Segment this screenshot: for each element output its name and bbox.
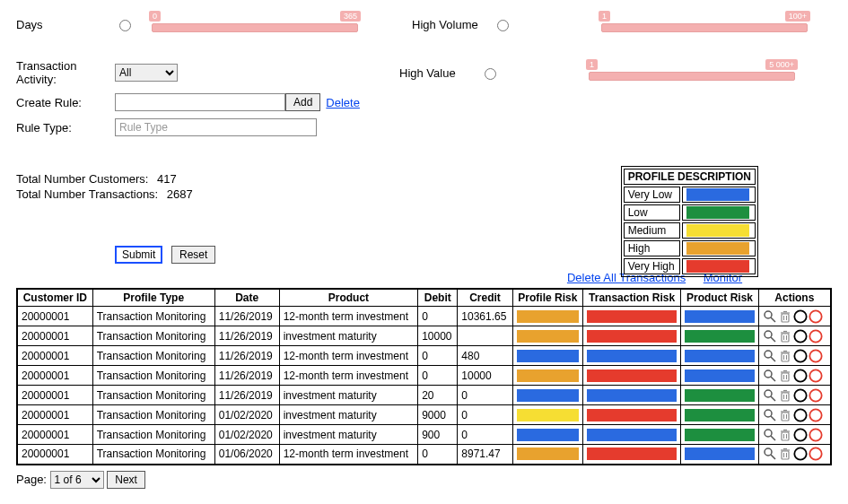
cell-credit: 8971.47	[458, 445, 513, 465]
legend-title: PROFILE DESCRIPTION	[624, 169, 756, 185]
view-icon[interactable]	[763, 369, 777, 383]
circle-black-icon[interactable]	[793, 428, 808, 442]
risk-bar	[685, 409, 754, 421]
risk-bar	[587, 310, 677, 323]
risk-bar	[587, 389, 677, 402]
circle-red-icon[interactable]	[809, 329, 823, 343]
cell-credit: 480	[458, 346, 513, 366]
view-icon[interactable]	[763, 428, 777, 442]
svg-point-34	[794, 369, 806, 381]
trash-icon[interactable]	[778, 447, 792, 461]
cell-actions	[758, 326, 831, 346]
svg-point-45	[765, 410, 772, 417]
circle-black-icon[interactable]	[793, 349, 808, 363]
cell-date: 11/26/2019	[214, 366, 279, 386]
cell-transaction-risk	[582, 366, 680, 386]
high-value-slider[interactable]: 1 5 000+	[589, 65, 795, 81]
svg-point-53	[809, 409, 821, 421]
cell-profile-type: Transaction Monitoring	[92, 445, 214, 465]
trash-icon[interactable]	[778, 329, 792, 343]
transaction-activity-label: Transaction Activity:	[16, 59, 115, 86]
cell-profile-risk	[512, 346, 582, 366]
svg-point-63	[765, 448, 772, 456]
submit-button[interactable]: Submit	[115, 246, 162, 264]
circle-black-icon[interactable]	[793, 329, 808, 343]
svg-line-37	[771, 396, 775, 401]
risk-bar	[517, 330, 579, 343]
column-header: Profile Type	[92, 289, 214, 307]
circle-red-icon[interactable]	[809, 309, 823, 324]
circle-black-icon[interactable]	[793, 309, 808, 324]
svg-point-8	[809, 310, 821, 322]
cell-product-risk	[681, 386, 758, 405]
delete-link[interactable]: Delete	[326, 96, 360, 109]
reset-button[interactable]: Reset	[171, 246, 215, 264]
circle-red-icon[interactable]	[809, 408, 823, 422]
cell-date: 11/26/2019	[214, 386, 279, 405]
cell-profile-risk	[512, 386, 582, 405]
high-value-radio[interactable]	[485, 68, 496, 80]
svg-rect-20	[782, 353, 789, 361]
legend-swatch	[686, 260, 749, 273]
view-icon[interactable]	[763, 309, 777, 324]
circle-red-icon[interactable]	[809, 447, 823, 461]
circle-black-icon[interactable]	[793, 447, 808, 461]
svg-rect-38	[782, 393, 789, 401]
trash-icon[interactable]	[778, 388, 792, 403]
circle-red-icon[interactable]	[809, 428, 823, 442]
cell-transaction-risk	[582, 425, 680, 445]
risk-bar	[685, 369, 754, 382]
cell-transaction-risk	[582, 346, 680, 366]
circle-black-icon[interactable]	[793, 369, 808, 383]
cell-actions	[758, 386, 831, 405]
svg-point-7	[794, 310, 806, 322]
cell-customer-id: 20000001	[17, 386, 92, 405]
trash-icon[interactable]	[778, 349, 792, 363]
days-slider[interactable]: 0 365	[152, 16, 358, 32]
risk-bar	[587, 429, 677, 441]
column-header: Product Risk	[681, 289, 758, 307]
high-volume-slider[interactable]: 1 100+	[601, 16, 808, 32]
page-select[interactable]: 1 of 6	[50, 471, 104, 489]
total-transactions-label: Total Number Transactions:	[16, 187, 158, 201]
total-customers-label: Total Number Customers:	[16, 172, 148, 186]
view-icon[interactable]	[763, 329, 777, 343]
cell-credit: 0	[458, 386, 513, 405]
circle-black-icon[interactable]	[793, 388, 808, 403]
view-icon[interactable]	[763, 388, 777, 403]
cell-customer-id: 20000001	[17, 326, 92, 346]
trash-icon[interactable]	[778, 369, 792, 383]
cell-customer-id: 20000001	[17, 307, 92, 326]
view-icon[interactable]	[763, 349, 777, 363]
cell-date: 01/02/2020	[214, 405, 279, 425]
trash-icon[interactable]	[778, 309, 792, 324]
rule-type-input[interactable]	[115, 118, 317, 136]
cell-profile-type: Transaction Monitoring	[92, 366, 214, 386]
legend-label: Very Low	[624, 187, 680, 203]
circle-red-icon[interactable]	[809, 388, 823, 403]
add-button[interactable]: Add	[285, 93, 320, 111]
cell-actions	[758, 366, 831, 386]
view-icon[interactable]	[763, 408, 777, 422]
svg-point-17	[809, 330, 821, 342]
create-rule-label: Create Rule:	[16, 96, 115, 109]
high-volume-radio[interactable]	[497, 20, 509, 31]
trash-icon[interactable]	[778, 428, 792, 442]
transaction-activity-select[interactable]: All	[115, 64, 178, 82]
risk-bar	[517, 389, 579, 402]
circle-red-icon[interactable]	[809, 349, 823, 363]
create-rule-input[interactable]	[115, 93, 285, 111]
svg-rect-2	[782, 314, 789, 322]
total-customers-value: 417	[157, 172, 177, 186]
circle-red-icon[interactable]	[809, 369, 823, 383]
days-radio[interactable]	[119, 20, 131, 31]
view-icon[interactable]	[763, 447, 777, 461]
svg-point-61	[794, 429, 806, 440]
risk-bar	[517, 369, 579, 382]
next-button[interactable]: Next	[107, 471, 145, 489]
trash-icon[interactable]	[778, 408, 792, 422]
table-row: 20000001Transaction Monitoring01/06/2020…	[17, 445, 831, 465]
cell-actions	[758, 445, 831, 465]
cell-profile-type: Transaction Monitoring	[92, 346, 214, 366]
circle-black-icon[interactable]	[793, 408, 808, 422]
